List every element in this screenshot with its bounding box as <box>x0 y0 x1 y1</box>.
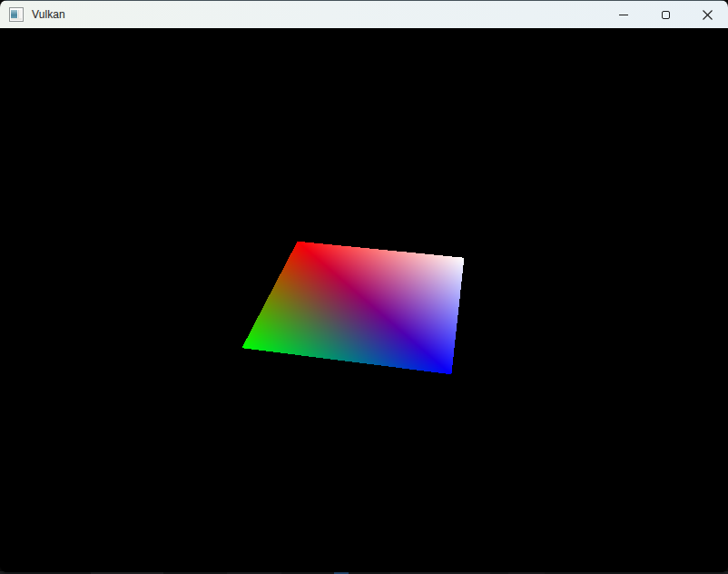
window-title: Vulkan <box>32 8 65 21</box>
close-icon <box>703 10 713 20</box>
minimize-button[interactable] <box>603 1 644 28</box>
app-window-icon[interactable] <box>9 7 24 22</box>
vulkan-render-viewport <box>0 28 728 572</box>
maximize-button[interactable] <box>644 1 686 28</box>
minimize-icon <box>619 15 628 15</box>
close-button[interactable] <box>686 1 728 28</box>
app-icon-bottom-bar <box>11 18 22 20</box>
title-bar[interactable]: Vulkan <box>0 0 728 28</box>
desktop: Vulkan <box>0 0 728 574</box>
window-controls <box>603 1 728 28</box>
vulkan-app-window: Vulkan <box>0 0 728 572</box>
maximize-icon <box>662 11 670 19</box>
